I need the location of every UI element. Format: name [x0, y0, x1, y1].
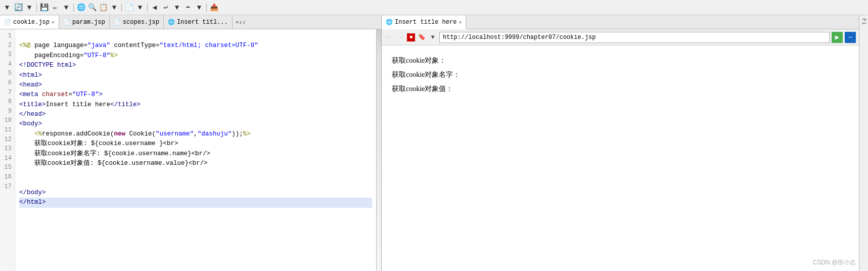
tab-cookie-jsp-label: cookie.jsp — [13, 19, 50, 26]
browser-address-bar[interactable] — [439, 32, 830, 43]
line-numbers: 1 2 3 4 5 6 7 8 9 10 11 12 13 14 15 16 1… — [0, 29, 15, 271]
tab-cookie-jsp[interactable]: 📄 cookie.jsp ✕ — [0, 16, 59, 29]
line-num-1: 1 — [0, 31, 15, 41]
browser-line-1: 获取cookie对象： — [392, 54, 849, 68]
toolbar-btn-back[interactable]: ◀ — [150, 3, 160, 13]
line-num-14: 14 — [0, 154, 15, 163]
browser-tab-web-icon: 🌐 — [386, 19, 393, 25]
line-num-12: 12 — [0, 135, 15, 145]
browser-bookmark-btn[interactable]: 🔖 — [417, 33, 426, 42]
go-icon: ▶ — [835, 33, 839, 41]
line-num-7: 7 — [0, 88, 15, 98]
line-num-8: 8 — [0, 97, 15, 107]
browser-tab-label: Insert title here — [395, 19, 456, 26]
param-jsp-file-icon: 📄 — [63, 19, 70, 25]
line-num-15: 15 — [0, 163, 15, 172]
line-num-3: 3 — [0, 50, 15, 60]
line-num-2: 2 — [0, 41, 15, 51]
tab-overflow-label: »₃₃ — [236, 19, 246, 25]
browser-line-3: 获取cookie对象值： — [392, 82, 849, 96]
code-line-11: 获取cookie对象: ${cookie.username }<br> — [19, 140, 178, 147]
scopes-jsp-file-icon: 📄 — [114, 19, 121, 25]
toolbar-btn-search[interactable]: 🔍 — [87, 3, 97, 13]
toolbar-btn-edit[interactable]: ✏️ — [50, 3, 60, 13]
toolbar-sep-4 — [147, 4, 148, 12]
browser-tab-insert-title[interactable]: 🌐 Insert title here ✕ — [382, 16, 466, 29]
toolbar-btn-7[interactable]: ▼ — [172, 3, 182, 13]
main-container: 📄 cookie.jsp ✕ 📄 param.jsp 📄 scopes.jsp … — [0, 15, 868, 271]
toolbar-sep-3 — [121, 4, 122, 12]
editor-tab-bar: 📄 cookie.jsp ✕ 📄 param.jsp 📄 scopes.jsp … — [0, 15, 381, 29]
browser-tab-close[interactable]: ✕ — [459, 19, 462, 25]
line-num-5: 5 — [0, 69, 15, 78]
toolbar-btn-web[interactable]: 🌐 — [76, 3, 86, 13]
vertical-scrollbar[interactable] — [376, 29, 381, 271]
code-area: 1 2 3 4 5 6 7 8 9 10 11 12 13 14 15 16 1… — [0, 29, 381, 271]
code-line-17-highlight: </html> — [19, 198, 372, 207]
browser-panel: 🌐 Insert title here ✕ ← → ■ 🔖 ▼ ▶ ↔ 获取co — [382, 15, 859, 271]
toolbar-btn-fwd[interactable]: ➡ — [183, 3, 193, 13]
tab-param-jsp[interactable]: 📄 param.jsp — [59, 15, 110, 29]
browser-back-btn[interactable]: ← — [385, 33, 394, 42]
browser-sync-btn[interactable]: ↔ — [845, 32, 856, 43]
code-line-15 — [19, 179, 23, 187]
line-num-13: 13 — [0, 144, 15, 154]
code-line-7: <title>Insert title here</title> — [19, 101, 141, 108]
line-num-9: 9 — [0, 107, 15, 116]
code-line-10: <%response.addCookie(new Cookie("usernam… — [19, 130, 251, 138]
right-strip-panel: Fi — [859, 15, 868, 271]
tab-overflow-btn[interactable]: »₃₃ — [233, 17, 249, 27]
toolbar-btn-undo[interactable]: ↩ — [161, 3, 171, 13]
line-num-11: 11 — [0, 125, 15, 135]
toolbar-btn-2[interactable]: 🔄 — [13, 3, 23, 13]
editor-panel: 📄 cookie.jsp ✕ 📄 param.jsp 📄 scopes.jsp … — [0, 15, 382, 271]
code-line-3: <!DOCTYPE html> — [19, 62, 76, 69]
line-num-4: 4 — [0, 60, 15, 69]
toolbar-sep-1 — [36, 4, 37, 12]
toolbar-btn-save[interactable]: 💾 — [39, 3, 49, 13]
cookie-jsp-file-icon: 📄 — [4, 19, 11, 25]
line-num-16: 16 — [0, 172, 15, 182]
right-strip-label: Fi — [861, 16, 867, 25]
browser-stop-btn[interactable]: ■ — [407, 33, 415, 41]
toolbar-btn-export[interactable]: 📤 — [209, 3, 219, 13]
line-num-10: 10 — [0, 116, 15, 125]
toolbar-btn-4[interactable]: ▼ — [61, 3, 71, 13]
code-line-9: <body> — [19, 120, 42, 127]
browser-content: 获取cookie对象： 获取cookie对象名字： 获取cookie对象值： — [382, 46, 859, 271]
code-line-1: <%@ page language="java" contentType="te… — [19, 42, 258, 49]
code-line-8: </head> — [19, 111, 46, 118]
toolbar-sep-5 — [206, 4, 207, 12]
code-line-13: 获取cookie对象值: ${cookie.username.value}<br… — [19, 160, 208, 167]
tab-insert-title-label: Insert titl... — [177, 19, 228, 26]
toolbar-btn-1[interactable]: ▼ — [2, 3, 12, 13]
toolbar-sep-2 — [73, 4, 74, 12]
tab-cookie-jsp-close[interactable]: ✕ — [52, 19, 55, 25]
tab-scopes-jsp[interactable]: 📄 scopes.jsp — [110, 15, 164, 29]
code-line-6: <meta charset="UTF-8"> — [19, 91, 103, 98]
insert-title-web-icon: 🌐 — [168, 19, 175, 25]
toolbar-btn-5[interactable]: ▼ — [109, 3, 119, 13]
main-toolbar: ▼ 🔄 ▼ 💾 ✏️ ▼ 🌐 🔍 📋 ▼ 📄 ▼ ◀ ↩ ▼ ➡ ▼ 📤 — [0, 0, 868, 15]
browser-line-2: 获取cookie对象名字： — [392, 68, 849, 82]
code-line-4: <html> — [19, 72, 42, 79]
toolbar-btn-clip[interactable]: 📋 — [98, 3, 108, 13]
line-num-6: 6 — [0, 78, 15, 88]
browser-forward-btn[interactable]: → — [396, 33, 405, 42]
browser-dropdown-btn[interactable]: ▼ — [428, 33, 437, 42]
toolbar-btn-6[interactable]: ▼ — [135, 3, 145, 13]
toolbar-btn-doc[interactable]: 📄 — [124, 3, 134, 13]
stop-icon: ■ — [409, 34, 413, 40]
code-line-2: pageEncoding="UTF-8"%> — [19, 52, 118, 59]
code-line-16: </body> — [19, 189, 46, 196]
code-content[interactable]: <%@ page language="java" contentType="te… — [15, 29, 376, 271]
toolbar-btn-8[interactable]: ▼ — [194, 3, 204, 13]
line-num-17: 17 — [0, 182, 15, 192]
code-line-12: 获取cookie对象名字: ${cookie.username.name}<br… — [19, 150, 210, 157]
browser-go-btn[interactable]: ▶ — [832, 32, 843, 43]
tab-param-jsp-label: param.jsp — [72, 19, 105, 26]
code-line-5: <head> — [19, 81, 42, 88]
toolbar-btn-3[interactable]: ▼ — [24, 3, 34, 13]
browser-toolbar: ← → ■ 🔖 ▼ ▶ ↔ — [382, 29, 859, 46]
tab-insert-title[interactable]: 🌐 Insert titl... — [164, 15, 233, 29]
